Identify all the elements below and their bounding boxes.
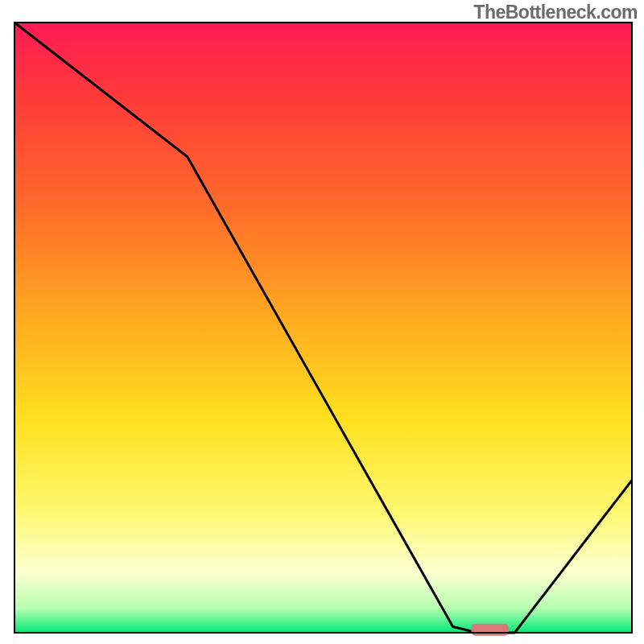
bottleneck-chart: TheBottleneck.com — [0, 0, 644, 644]
watermark-text: TheBottleneck.com — [473, 2, 638, 23]
optimal-marker — [472, 624, 509, 636]
chart-svg — [0, 0, 644, 644]
plot-background — [14, 23, 632, 633]
